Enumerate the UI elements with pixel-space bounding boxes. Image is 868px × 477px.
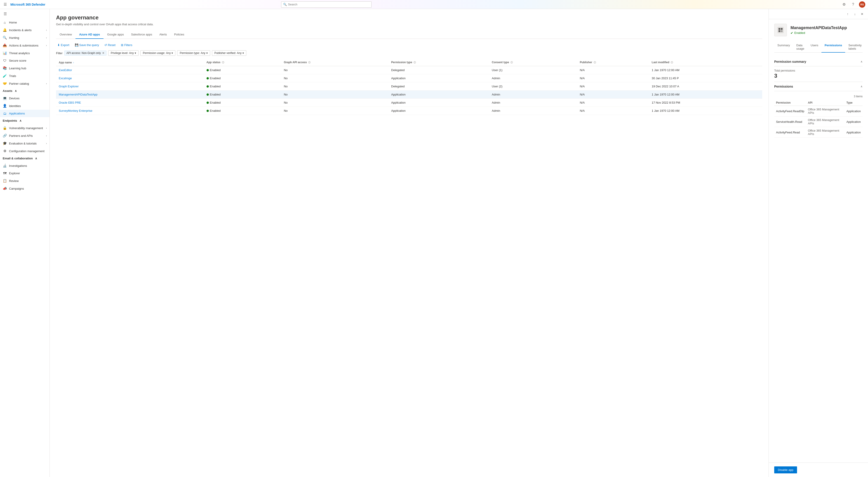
col-perm-type[interactable]: Permission type ⓘ	[389, 59, 489, 66]
table-row[interactable]: Graph Explorer Enabled No Delegated User…	[56, 82, 762, 91]
sidebar-item-secure[interactable]: 🛡 Secure score	[0, 57, 50, 64]
sidebar-item-eval[interactable]: 🎓 Evaluation & tutorials ›	[0, 139, 50, 147]
sidebar-section-endpoints[interactable]: Endpoints ∧	[0, 117, 50, 124]
sidebar-item-partner[interactable]: 🤝 Partner catalog ›	[0, 80, 50, 88]
col-consent-type[interactable]: Consent type ⓘ	[489, 59, 577, 66]
permissions-header[interactable]: Permissions ∧	[774, 82, 863, 91]
sidebar-item-threat[interactable]: 📊 Threat analytics	[0, 49, 50, 57]
col-publisher[interactable]: Publisher ⓘ	[577, 59, 649, 66]
info-icon: ⓘ	[594, 61, 596, 64]
tab-salesforce[interactable]: Salesforce apps	[127, 31, 156, 39]
sidebar-collapse-button[interactable]: ☰	[3, 11, 8, 17]
filter-permission-usage[interactable]: Permission usage: Any ▾	[140, 50, 175, 56]
sidebar-section-assets[interactable]: Assets ∧	[0, 88, 50, 94]
table-row[interactable]: ManagementAPIDataTestApp Enabled No Appl…	[56, 91, 762, 99]
svg-rect-2	[781, 28, 782, 30]
filter-bar: Filter API access: Non-Graph only ✕ Priv…	[56, 50, 762, 56]
sidebar-section-email[interactable]: Email & collaboration ∧	[0, 155, 50, 162]
sidebar: ☰ ⌂ Home 🔔 Incidents & alerts › 🔍 Huntin…	[0, 9, 50, 477]
menu-toggle-icon[interactable]: ☰	[3, 1, 8, 7]
panel-nav-down-button[interactable]: ↓	[852, 11, 858, 17]
svg-rect-4	[781, 30, 782, 32]
sidebar-item-trials[interactable]: 🧪 Trials	[0, 72, 50, 80]
brand-title: Microsoft 365 Defender	[10, 3, 45, 6]
cell-last-modified: 17 Nov 2022 8:53 PM	[649, 99, 762, 107]
help-icon[interactable]: ?	[850, 1, 856, 8]
table-row[interactable]: Oracle EBS PRE Enabled No Application Ad…	[56, 99, 762, 107]
search-box[interactable]: 🔍	[281, 1, 372, 8]
sidebar-item-explorer[interactable]: 🗺 Explorer	[0, 170, 50, 177]
tab-azure-ad[interactable]: Azure AD apps	[75, 31, 103, 39]
filter-permission-type[interactable]: Permission type: Any ▾	[177, 50, 210, 56]
sidebar-item-partners-apis[interactable]: 🔗 Partners and APIs ›	[0, 132, 50, 139]
sidebar-item-campaigns[interactable]: 📣 Campaigns	[0, 185, 50, 192]
panel-close-button[interactable]: ✕	[859, 11, 865, 17]
panel-tab-users[interactable]: Users	[807, 42, 822, 53]
sidebar-label-partner: Partner catalog	[9, 82, 44, 85]
filter-publisher-verified[interactable]: Publisher verified: Any ▾	[212, 50, 246, 56]
cell-consent-type: User (1)	[489, 66, 577, 74]
perm-cell-api: Office 365 Management APIs	[806, 106, 844, 116]
panel-tab-data-usage[interactable]: Data usage	[793, 42, 807, 53]
sidebar-label-eval: Evaluation & tutorials	[9, 142, 44, 145]
filter-chip-dismiss-icon[interactable]: ✕	[102, 52, 104, 55]
disable-app-button[interactable]: Disable app	[774, 466, 797, 473]
tab-policies[interactable]: Policies	[170, 31, 188, 39]
tab-overview[interactable]: Overview	[56, 31, 75, 39]
export-button[interactable]: ⬇ Export	[56, 42, 71, 47]
app-body: ☰ ⌂ Home 🔔 Incidents & alerts › 🔍 Huntin…	[0, 9, 868, 477]
permission-summary-header[interactable]: Permission summary ∧	[774, 57, 863, 66]
svg-rect-0	[777, 27, 784, 33]
panel-tab-permissions[interactable]: Permissions	[822, 42, 845, 53]
perm-cell-api: Office 365 Management APIs	[806, 127, 844, 138]
col-app-name[interactable]: App name ↑	[56, 59, 204, 66]
sidebar-item-actions[interactable]: 📤 Actions & submissions ›	[0, 41, 50, 49]
sidebar-label-review: Review	[9, 179, 47, 183]
sidebar-item-applications[interactable]: 🗂 Applications	[0, 110, 50, 117]
sidebar-item-home[interactable]: ⌂ Home	[0, 19, 50, 26]
filter-label: Filter	[56, 52, 63, 55]
table-row[interactable]: Excahnge Enabled No Application Admin N/…	[56, 74, 762, 82]
cell-last-modified: 1 Jan 1970 12:00 AM	[649, 107, 762, 115]
sidebar-item-identities[interactable]: 👤 Identities	[0, 102, 50, 110]
chevron-down-icon: ›	[46, 44, 47, 47]
table-row[interactable]: EwsEditor Enabled No Delegated User (1) …	[56, 66, 762, 74]
col-last-modified[interactable]: Last modified ⓘ	[649, 59, 762, 66]
filter-privilege-level[interactable]: Privilege level: Any ▾	[108, 50, 138, 56]
cell-consent-type: Admin	[489, 91, 577, 99]
reset-button[interactable]: ↺ Reset	[103, 42, 117, 47]
permissions-count: 3 items	[774, 94, 863, 100]
review-icon: 📋	[3, 179, 7, 183]
cell-publisher: N/A	[577, 82, 649, 91]
identities-icon: 👤	[3, 104, 7, 108]
sidebar-item-review[interactable]: 📋 Review	[0, 177, 50, 185]
col-graph-api[interactable]: Graph API access ⓘ	[281, 59, 389, 66]
tab-google[interactable]: Google apps	[103, 31, 127, 39]
table-row[interactable]: SurveyMonkey Enterprise Enabled No Appli…	[56, 107, 762, 115]
sidebar-item-learning[interactable]: 📚 Learning hub	[0, 64, 50, 72]
settings-icon[interactable]: ⚙	[841, 1, 847, 8]
chevron-down-icon: ▾	[172, 52, 173, 55]
cell-publisher: N/A	[577, 99, 649, 107]
avatar[interactable]: RS	[859, 1, 865, 8]
sidebar-item-config[interactable]: ⚙ Configuration management	[0, 147, 50, 155]
permission-summary-content: Total permissions 3	[774, 66, 863, 82]
cell-perm-type: Application	[389, 74, 489, 82]
filters-button[interactable]: ⊞ Filters	[120, 42, 133, 47]
tab-alerts[interactable]: Alerts	[156, 31, 170, 39]
sidebar-item-devices[interactable]: 💻 Devices	[0, 94, 50, 102]
panel-nav-up-button[interactable]: ↑	[844, 11, 851, 17]
panel-tab-summary[interactable]: Summary	[774, 42, 793, 53]
search-input[interactable]	[288, 3, 370, 6]
panel-tab-sensitivity[interactable]: Sensitivity labels	[845, 42, 865, 53]
sidebar-item-hunting[interactable]: 🔍 Hunting ›	[0, 34, 50, 41]
save-query-button[interactable]: 💾 Save the query	[73, 42, 100, 47]
sidebar-item-investigations[interactable]: 🔬 Investigations	[0, 162, 50, 170]
perm-col-api: API	[806, 100, 844, 106]
col-app-status[interactable]: App status ⓘ	[204, 59, 281, 66]
eval-icon: 🎓	[3, 141, 7, 145]
sidebar-item-incidents[interactable]: 🔔 Incidents & alerts ›	[0, 26, 50, 34]
permissions-content: 3 items Permission API Type ActivityFeed…	[774, 91, 863, 140]
sidebar-item-vuln[interactable]: 🔒 Vulnerability management ›	[0, 124, 50, 132]
filter-chip-api-access[interactable]: API access: Non-Graph only ✕	[64, 50, 106, 56]
